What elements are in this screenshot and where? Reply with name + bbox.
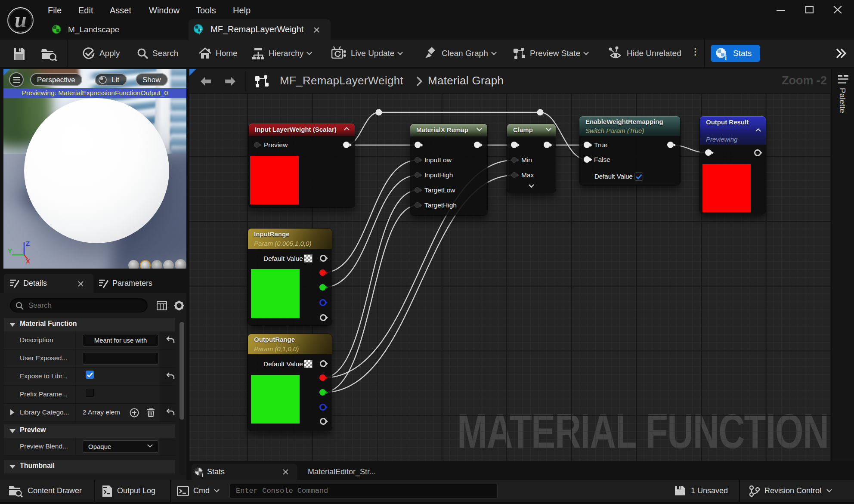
- svg-text:Y: Y: [8, 247, 12, 254]
- svg-text:*: *: [682, 491, 685, 497]
- svg-text:u: u: [15, 8, 27, 32]
- svg-text:i: i: [725, 54, 727, 60]
- svg-text:Z: Z: [26, 240, 30, 247]
- svg-text:X: X: [26, 257, 30, 265]
- svg-text:i: i: [202, 472, 204, 477]
